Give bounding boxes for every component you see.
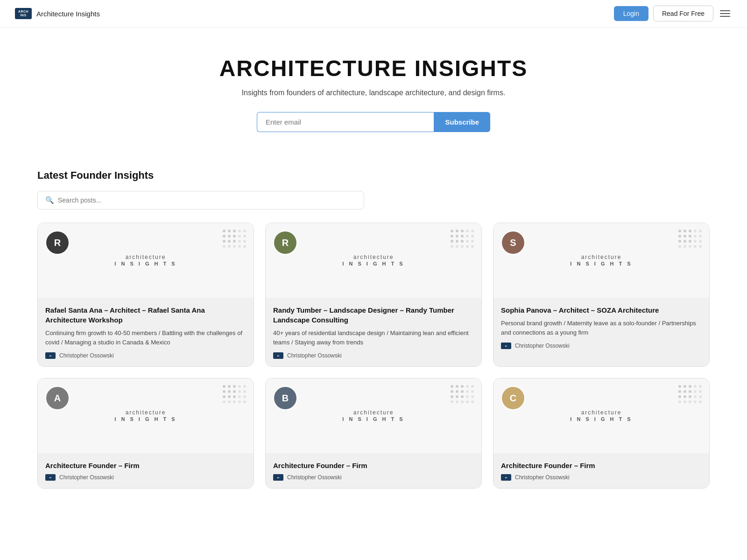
author-logo: AI bbox=[501, 343, 511, 349]
card-avatar: S bbox=[501, 231, 525, 255]
dot bbox=[689, 395, 691, 398]
dot bbox=[233, 235, 236, 238]
dot bbox=[451, 400, 453, 403]
dot bbox=[471, 245, 474, 248]
dot bbox=[689, 400, 691, 403]
dot bbox=[223, 245, 226, 248]
dot bbox=[471, 400, 474, 403]
nav-left: ARCHINS Architecture Insights bbox=[15, 8, 100, 19]
dot-grid bbox=[451, 230, 475, 249]
dot-grid bbox=[223, 385, 247, 404]
author-name: Christopher Ossowski bbox=[515, 343, 570, 349]
card-author: AI Christopher Ossowski bbox=[45, 474, 246, 481]
card-title: Sophia Panova – Architect – SOZA Archite… bbox=[501, 305, 702, 315]
card-brand-logo: architecture I N S I G H T S bbox=[114, 409, 176, 422]
dot bbox=[684, 235, 686, 238]
dot bbox=[451, 230, 453, 232]
author-logo-text: AI bbox=[505, 345, 507, 347]
card-brand-logo: architecture I N S I G H T S bbox=[342, 254, 404, 267]
post-card[interactable]: R architecture I N S I G H T S Randy Tum… bbox=[265, 223, 482, 367]
card-body: Rafael Santa Ana – Architect – Rafael Sa… bbox=[38, 298, 254, 366]
menu-icon[interactable] bbox=[718, 8, 732, 19]
dot bbox=[238, 400, 241, 403]
dot-grid bbox=[678, 385, 703, 404]
dot bbox=[243, 390, 246, 393]
dot bbox=[223, 240, 226, 243]
dot bbox=[694, 395, 697, 398]
dot bbox=[461, 230, 464, 232]
post-card[interactable]: R architecture I N S I G H T S Rafael Sa… bbox=[37, 223, 254, 367]
dot bbox=[456, 390, 458, 393]
dot bbox=[689, 385, 691, 388]
dot bbox=[228, 400, 231, 403]
email-input[interactable] bbox=[257, 112, 434, 132]
dot bbox=[238, 385, 241, 388]
subscribe-form: Subscribe bbox=[257, 112, 490, 132]
author-name: Christopher Ossowski bbox=[287, 352, 342, 359]
author-logo: AI bbox=[45, 352, 56, 359]
card-brand-logo: architecture I N S I G H T S bbox=[342, 409, 404, 422]
hamburger-line3 bbox=[720, 16, 730, 17]
card-image: A architecture I N S I G H T S bbox=[38, 378, 254, 453]
dot bbox=[456, 400, 458, 403]
read-free-button[interactable]: Read For Free bbox=[653, 6, 713, 21]
dot bbox=[223, 235, 226, 238]
dot bbox=[689, 390, 691, 393]
card-title: Architecture Founder – Firm bbox=[501, 461, 702, 470]
dot bbox=[456, 385, 458, 388]
brand-bottom: I N S I G H T S bbox=[570, 416, 632, 422]
author-logo-text: AI bbox=[277, 355, 280, 357]
dot bbox=[461, 385, 464, 388]
dot bbox=[678, 230, 681, 232]
card-body: Architecture Founder – Firm AI Christoph… bbox=[38, 453, 254, 488]
dot bbox=[461, 240, 464, 243]
card-author: AI Christopher Ossowski bbox=[273, 474, 474, 481]
post-card[interactable]: C architecture I N S I G H T S Architect… bbox=[493, 378, 710, 489]
card-avatar: R bbox=[273, 231, 297, 255]
post-card[interactable]: B architecture I N S I G H T S Architect… bbox=[265, 378, 482, 489]
card-body: Architecture Founder – Firm AI Christoph… bbox=[493, 453, 709, 488]
subscribe-button[interactable]: Subscribe bbox=[434, 112, 490, 132]
card-body: Randy Tumber – Landscape Designer – Rand… bbox=[266, 298, 481, 366]
login-button[interactable]: Login bbox=[614, 6, 648, 21]
avatar-img: A bbox=[46, 387, 69, 409]
dot bbox=[678, 385, 681, 388]
post-card[interactable]: A architecture I N S I G H T S Architect… bbox=[37, 378, 254, 489]
dot bbox=[243, 235, 246, 238]
dot bbox=[684, 230, 686, 232]
author-name: Christopher Ossowski bbox=[59, 474, 114, 481]
card-title: Architecture Founder – Firm bbox=[45, 461, 246, 470]
card-avatar: A bbox=[45, 386, 70, 410]
dot bbox=[699, 395, 702, 398]
dot bbox=[694, 400, 697, 403]
brand-top: architecture bbox=[342, 254, 404, 260]
dot bbox=[466, 245, 469, 248]
dot bbox=[694, 230, 697, 232]
card-description: 40+ years of residential landscape desig… bbox=[273, 329, 474, 347]
card-author: AI Christopher Ossowski bbox=[501, 343, 702, 349]
dot bbox=[223, 400, 226, 403]
author-name: Christopher Ossowski bbox=[59, 352, 114, 359]
dot bbox=[228, 245, 231, 248]
dot bbox=[466, 400, 469, 403]
logo-text: ARCHINS bbox=[18, 10, 28, 17]
dot-grid bbox=[223, 230, 247, 249]
dot bbox=[461, 390, 464, 393]
dot bbox=[466, 395, 469, 398]
dot bbox=[456, 230, 458, 232]
dot bbox=[699, 400, 702, 403]
search-bar[interactable]: 🔍 bbox=[37, 191, 364, 210]
dot bbox=[689, 240, 691, 243]
dot bbox=[694, 235, 697, 238]
author-logo: AI bbox=[273, 474, 283, 481]
dot bbox=[684, 400, 686, 403]
dot bbox=[228, 235, 231, 238]
post-card[interactable]: S architecture I N S I G H T S Sophia Pa… bbox=[493, 223, 710, 367]
card-image: S architecture I N S I G H T S bbox=[493, 223, 709, 298]
dot bbox=[456, 235, 458, 238]
dot-grid bbox=[678, 230, 703, 249]
brand-top: architecture bbox=[570, 254, 632, 260]
brand-bottom: I N S I G H T S bbox=[114, 416, 176, 422]
author-logo: AI bbox=[45, 474, 56, 481]
search-input[interactable] bbox=[58, 196, 356, 204]
